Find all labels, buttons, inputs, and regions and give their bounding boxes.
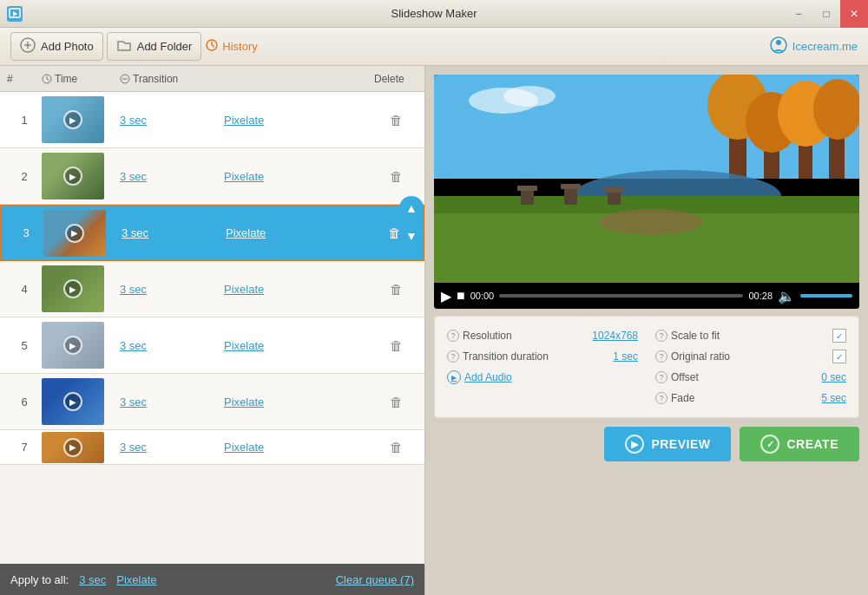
slide-row[interactable]: 6 ▶ 3 sec Pixelate 🗑 (0, 374, 424, 430)
transition-duration-value[interactable]: 1 sec (613, 350, 638, 363)
scale-help-icon[interactable]: ? (655, 330, 667, 342)
add-audio-setting: ▶ Add Audio (447, 367, 638, 388)
add-photo-icon (20, 37, 36, 56)
time-link[interactable]: 3 sec (122, 226, 226, 239)
volume-button[interactable]: 🔈 (778, 288, 795, 304)
col-time: Time (42, 73, 120, 85)
transition-link[interactable]: Pixelate (224, 396, 374, 409)
slide-thumbnail[interactable]: ▶ (42, 265, 104, 312)
play-icon: ▶ (65, 224, 84, 243)
apply-all-time[interactable]: 3 sec (79, 573, 106, 586)
delete-button[interactable]: 🗑 (374, 440, 418, 454)
slide-row[interactable]: 5 ▶ 3 sec Pixelate 🗑 (0, 317, 424, 374)
window-controls: − □ ✕ (785, 0, 868, 28)
transition-link[interactable]: Pixelate (224, 339, 374, 352)
resolution-value[interactable]: 1024x768 (592, 330, 638, 342)
close-button[interactable]: ✕ (840, 0, 868, 28)
fade-value[interactable]: 5 sec (821, 392, 846, 404)
time-link[interactable]: 3 sec (120, 441, 224, 454)
slide-row-selected[interactable]: 3 ▶ 3 sec Pixelate 🗑 (0, 205, 424, 261)
history-button[interactable]: History (205, 38, 257, 55)
slide-thumbnail[interactable]: ▶ (43, 210, 106, 257)
col-delete: Delete (374, 73, 418, 85)
time-link[interactable]: 3 sec (120, 170, 224, 183)
icecream-button[interactable]: Icecream.me (770, 36, 858, 56)
time-link[interactable]: 3 sec (120, 114, 224, 127)
scroll-up-button[interactable]: ▲ (399, 196, 424, 220)
col-num: # (7, 73, 42, 85)
scale-to-fit-checkbox[interactable]: ✓ (832, 329, 846, 343)
resolution-help-icon[interactable]: ? (447, 330, 459, 342)
svg-point-9 (776, 40, 781, 45)
transition-link[interactable]: Pixelate (224, 283, 374, 296)
toolbar: Add Photo Add Folder History Icecream.me (0, 28, 868, 66)
right-panel: ▶ ■ 00:00 00:28 🔈 ? Resolution (425, 66, 868, 595)
add-folder-icon (116, 37, 132, 56)
progress-bar[interactable] (499, 294, 743, 298)
offset-help-icon[interactable]: ? (655, 371, 667, 383)
time-link[interactable]: 3 sec (120, 339, 224, 352)
slide-num: 6 (7, 396, 42, 409)
app-title: Slideshow Maker (391, 7, 477, 20)
col-transition: Transition (120, 73, 224, 85)
create-label: CREATE (786, 437, 838, 451)
resolution-label: Resolution (463, 330, 512, 342)
maximize-button[interactable]: □ (812, 0, 840, 28)
slide-num: 7 (7, 441, 42, 454)
transition-link[interactable]: Pixelate (226, 226, 372, 239)
slide-thumbnail[interactable]: ▶ (42, 96, 104, 143)
scroll-arrows: ▲ ▼ (399, 196, 424, 248)
transition-duration-help-icon[interactable]: ? (447, 350, 459, 363)
time-link[interactable]: 3 sec (120, 283, 224, 296)
slide-thumbnail[interactable]: ▶ (42, 378, 104, 425)
scroll-down-button[interactable]: ▼ (399, 224, 424, 248)
minimize-button[interactable]: − (785, 0, 812, 28)
slide-num: 1 (7, 114, 42, 127)
preview-button[interactable]: ▶ PREVIEW (604, 427, 731, 461)
play-icon: ▶ (63, 336, 82, 355)
fade-help-icon[interactable]: ? (655, 392, 667, 404)
add-audio-button[interactable]: ▶ Add Audio (447, 370, 512, 384)
slide-row[interactable]: 2 ▶ 3 sec Pixelate 🗑 (0, 148, 424, 205)
slide-row[interactable]: 1 ▶ 3 sec Pixelate 🗑 (0, 92, 424, 148)
slide-list-panel: # Time Transition Delete 1 ▶ 3 sec Pixel… (0, 66, 425, 595)
transition-link[interactable]: Pixelate (224, 114, 374, 127)
create-button[interactable]: ✓ CREATE (740, 427, 859, 461)
delete-button[interactable]: 🗑 (374, 282, 418, 297)
transition-link[interactable]: Pixelate (224, 441, 374, 454)
apply-all-transition[interactable]: Pixelate (116, 573, 156, 586)
settings-panel: ? Resolution 1024x768 ? Transition durat… (434, 316, 859, 418)
slide-row[interactable]: 7 ▶ 3 sec Pixelate 🗑 (0, 430, 424, 465)
slide-num: 2 (7, 170, 42, 183)
delete-button[interactable]: 🗑 (374, 113, 418, 128)
delete-button[interactable]: 🗑 (374, 169, 418, 184)
play-button[interactable]: ▶ (441, 288, 451, 304)
slide-thumbnail[interactable]: ▶ (42, 322, 104, 369)
add-folder-button[interactable]: Add Folder (107, 32, 202, 61)
slide-list-body[interactable]: 1 ▶ 3 sec Pixelate 🗑 2 ▶ 3 sec Pixelate … (0, 92, 424, 564)
apply-all-label: Apply to all: (10, 573, 69, 586)
slide-row[interactable]: 4 ▶ 3 sec Pixelate 🗑 (0, 261, 424, 317)
clear-queue-button[interactable]: Clear queue (7) (336, 573, 414, 586)
original-ratio-setting: ? Original ratio ✓ (655, 346, 846, 367)
offset-value[interactable]: 0 sec (821, 371, 846, 383)
delete-button[interactable]: 🗑 (374, 338, 418, 353)
add-audio-label: Add Audio (464, 371, 512, 383)
original-ratio-help-icon[interactable]: ? (655, 350, 667, 363)
total-time: 00:28 (748, 291, 773, 301)
slide-thumbnail[interactable]: ▶ (42, 153, 104, 199)
transition-link[interactable]: Pixelate (224, 170, 374, 183)
slide-num: 5 (7, 339, 42, 352)
add-photo-button[interactable]: Add Photo (10, 32, 103, 61)
original-ratio-label: Original ratio (671, 350, 730, 363)
stop-button[interactable]: ■ (457, 288, 465, 304)
slide-thumbnail[interactable]: ▶ (42, 432, 104, 463)
slide-list-header: # Time Transition Delete (0, 66, 424, 92)
volume-bar[interactable] (800, 294, 852, 298)
play-icon: ▶ (63, 279, 82, 298)
video-controls: ▶ ■ 00:00 00:28 🔈 (434, 283, 859, 309)
original-ratio-checkbox[interactable]: ✓ (832, 350, 846, 363)
delete-button[interactable]: 🗑 (374, 395, 418, 409)
current-time: 00:00 (470, 291, 495, 301)
time-link[interactable]: 3 sec (120, 396, 224, 409)
